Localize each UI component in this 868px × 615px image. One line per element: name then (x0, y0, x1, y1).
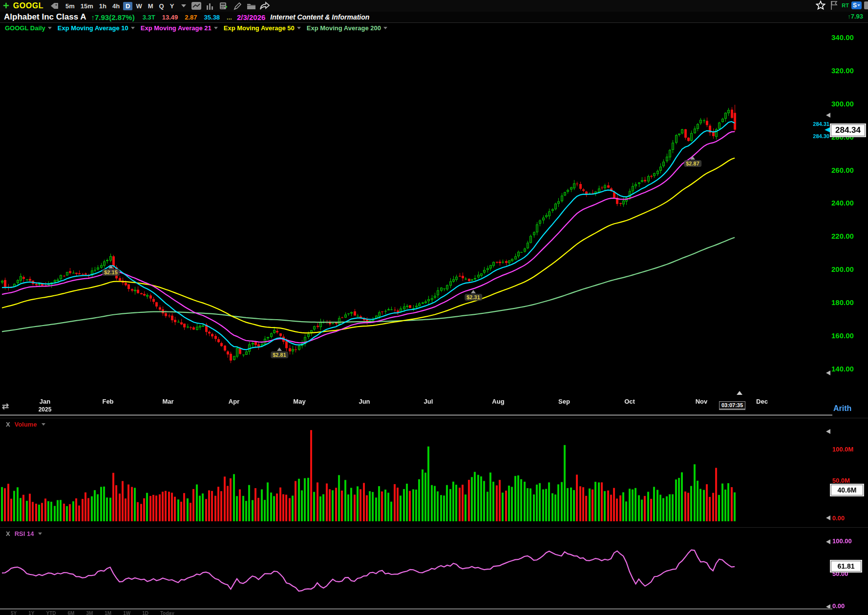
price-tick: 300.00 (831, 100, 867, 108)
price-tick: 160.00 (831, 331, 867, 340)
range-1D[interactable]: 1D (142, 611, 148, 615)
quote-row: Alphabet Inc Class A ↑7.93(2.87%) 3.3T13… (0, 12, 868, 23)
pencil-icon[interactable] (232, 1, 243, 10)
rsi-dropdown-icon[interactable] (38, 533, 42, 535)
timeframe-dropdown-icon[interactable] (181, 4, 186, 7)
price-tick: 180.00 (831, 298, 867, 307)
chart-legend: GOOGL DailyExp Moving Average 10Exp Movi… (0, 23, 868, 33)
folder-icon[interactable] (246, 1, 256, 10)
rsi-panel-title[interactable]: RSI 14 (15, 530, 34, 537)
range-3M[interactable]: 3M (86, 611, 93, 615)
legend-item-4[interactable]: Exp Moving Average 200 (307, 24, 387, 32)
legend-item-3[interactable]: Exp Moving Average 50 (224, 24, 301, 32)
legend-item-0[interactable]: GOOGL Daily (5, 24, 52, 32)
legend-dropdown-icon[interactable] (297, 27, 301, 29)
volume-panel-title[interactable]: Volume (15, 421, 37, 428)
timeframe-Q[interactable]: Q (157, 2, 167, 10)
month-label-Feb: Feb (102, 398, 113, 405)
timeframe-15m[interactable]: 15m (78, 2, 96, 10)
volume-marker-top-icon (826, 429, 830, 434)
quote-stat-3: 35.38 (204, 14, 220, 21)
dividend-label-1: $2.81 (271, 351, 288, 358)
range-Today[interactable]: Today (160, 611, 174, 615)
daily-change-right: ↑7.93 (847, 13, 863, 20)
range-5Y[interactable]: 5Y (11, 611, 17, 615)
scale-type-label[interactable]: Arith (833, 404, 851, 413)
last-price-arrow-icon (825, 127, 831, 133)
range-YTD[interactable]: YTD (46, 611, 56, 615)
month-label-Apr: Apr (229, 398, 239, 405)
legend-dropdown-icon[interactable] (48, 27, 52, 29)
add-symbol-icon[interactable]: + (3, 1, 9, 11)
quote-stat-0: 3.3T (143, 14, 155, 21)
month-label-Oct: Oct (624, 398, 635, 405)
stream-badge[interactable]: S (851, 1, 862, 9)
range-1M[interactable]: 1M (105, 611, 111, 615)
quote-stat-1: 13.49 (162, 14, 178, 21)
top-toolbar: + GOOGL 5m15m1h4hDWMQY RT S (0, 0, 868, 12)
rsi-panel-header: X RSI 14 (6, 530, 42, 537)
legend-dropdown-icon[interactable] (214, 27, 218, 29)
legend-label: Exp Moving Average 200 (307, 24, 381, 32)
flag-icon[interactable] (828, 1, 839, 10)
dividend-arrow-icon (471, 290, 476, 293)
symbol-label[interactable]: GOOGL (13, 1, 43, 10)
volume-bars-icon[interactable] (205, 1, 215, 10)
chart-style-icon[interactable] (191, 1, 202, 10)
legend-dropdown-icon[interactable] (131, 27, 135, 29)
timeframe-Y[interactable]: Y (168, 2, 177, 10)
legend-label: Exp Moving Average 21 (141, 24, 212, 32)
current-volume-box: 40.6M (831, 485, 863, 495)
range-1Y[interactable]: 1Y (28, 611, 34, 615)
close-rsi-panel-button[interactable]: X (6, 530, 10, 537)
month-label-Jun: Jun (359, 398, 370, 405)
legend-label: Exp Moving Average 10 (58, 24, 128, 32)
bid-price: 284.31 (813, 121, 829, 127)
month-label-May: May (293, 398, 305, 405)
clipped-toolbar-icon[interactable] (864, 1, 868, 9)
close-volume-panel-button[interactable]: X (6, 421, 10, 428)
price-volume-rsi-canvas[interactable] (0, 0, 868, 615)
range-shortcut-bar: 5Y1YYTD6M3M1M1W1DToday (11, 611, 174, 615)
timeframe-1h[interactable]: 1h (97, 2, 109, 10)
volume-panel-header: X Volume (6, 421, 45, 428)
rsi-scrollbar[interactable] (0, 608, 832, 610)
legend-label: Exp Moving Average 50 (224, 24, 295, 32)
axis-reset-icon[interactable]: ⇄ (2, 401, 9, 411)
legend-item-1[interactable]: Exp Moving Average 10 (58, 24, 135, 32)
calculator-icon[interactable] (218, 1, 229, 10)
rsi-tick: 0.00 (832, 602, 845, 610)
month-label-Dec: Dec (756, 398, 768, 405)
star-icon[interactable] (815, 1, 826, 10)
legend-label: GOOGL Daily (5, 24, 45, 32)
timeframe-D[interactable]: D (123, 2, 132, 10)
legend-dropdown-icon[interactable] (383, 27, 387, 29)
year-label: 2025 (39, 406, 52, 413)
axis-marker-high-icon (826, 113, 830, 118)
chart-scrollbar[interactable] (0, 414, 832, 416)
volume-marker-zero-icon (826, 515, 830, 520)
legend-item-2[interactable]: Exp Moving Average 21 (141, 24, 218, 32)
daily-change: ↑7.93(2.87%) (91, 13, 134, 21)
dividend-arrow-icon (690, 156, 695, 160)
month-label-Jan: Jan (40, 398, 50, 405)
timeframe-5m[interactable]: 5m (63, 2, 77, 10)
timeframe-4h[interactable]: 4h (110, 2, 122, 10)
range-6M[interactable]: 6M (67, 611, 74, 615)
timeframe-M[interactable]: M (146, 2, 156, 10)
price-tag-icon[interactable] (49, 1, 60, 10)
volume-dropdown-icon[interactable] (42, 423, 45, 426)
month-label-Mar: Mar (162, 398, 173, 405)
month-label-Nov: Nov (696, 398, 708, 405)
share-icon[interactable] (259, 1, 270, 10)
rsi-marker-top-icon (826, 539, 830, 544)
volume-tick: 100.0M (832, 446, 853, 453)
quote-stats: 3.3T13.492.8735.38... (143, 14, 232, 21)
trading-app-window: { "toolbar": { "symbol": "GOOGL", "timef… (0, 0, 868, 615)
sector-label: Internet Content & Information (270, 13, 369, 21)
current-rsi-box: 61.81 (831, 561, 861, 572)
range-1W[interactable]: 1W (123, 611, 130, 615)
price-tick: 140.00 (831, 365, 867, 373)
timeframe-group: 5m15m1h4hDWMQY (63, 2, 176, 10)
timeframe-W[interactable]: W (133, 2, 144, 10)
